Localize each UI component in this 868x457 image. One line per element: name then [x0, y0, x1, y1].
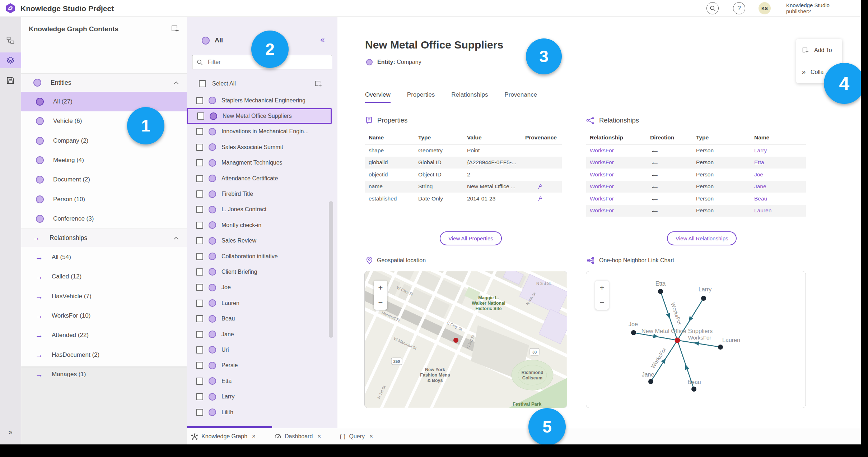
collapse-menu-item[interactable]: » Colla	[802, 68, 823, 76]
item-checkbox[interactable]	[196, 144, 203, 151]
close-tab-icon[interactable]: ×	[369, 433, 373, 440]
provenance-flag-icon[interactable]	[537, 183, 543, 190]
provenance-flag-icon[interactable]	[537, 195, 543, 202]
link-chart-canvas[interactable]: Etta Larry Joe Lauren Jane Beau New Meta…	[586, 271, 806, 408]
item-checkbox[interactable]	[196, 237, 203, 244]
related-name-link[interactable]: Beau	[751, 193, 806, 205]
relationship-type-item[interactable]: →Manages (1)	[21, 365, 187, 384]
relationship-type-item[interactable]: →Attended (22)	[21, 326, 187, 345]
view-all-properties-button[interactable]: View All Properties	[440, 231, 502, 245]
search-button[interactable]	[706, 2, 719, 14]
related-name-link[interactable]: Jane	[751, 181, 806, 193]
rail-item-hierarchy[interactable]	[0, 32, 21, 48]
add-to-map-icon[interactable]	[314, 80, 322, 88]
tab-relationships[interactable]: Relationships	[451, 91, 488, 103]
close-tab-icon[interactable]: ×	[252, 433, 256, 440]
list-item[interactable]: Persie	[187, 358, 332, 373]
related-name-link[interactable]: Lauren	[751, 205, 806, 217]
rail-item-layers[interactable]	[0, 52, 21, 68]
relationship-link[interactable]: WorksFor	[586, 157, 647, 169]
item-checkbox[interactable]	[196, 97, 203, 104]
one-hop-link-chart[interactable]: Etta Larry Joe Lauren Jane Beau New Meta…	[586, 271, 806, 408]
list-item[interactable]: Attendance Certificate	[187, 171, 332, 186]
collapse-panel-icon[interactable]: «	[320, 35, 325, 45]
select-all-checkbox[interactable]	[199, 80, 206, 87]
view-all-relationships-button[interactable]: View All Relationships	[667, 231, 737, 245]
list-item[interactable]: Lauren	[187, 295, 332, 311]
tab-overview[interactable]: Overview	[365, 91, 391, 103]
relationship-link[interactable]: WorksFor	[586, 193, 647, 205]
zoom-out-button[interactable]: −	[374, 295, 387, 310]
map-canvas[interactable]: W Clay St E Clay St Marshall St W Marsha…	[365, 271, 567, 408]
center-node[interactable]	[675, 338, 680, 343]
rail-item-save[interactable]	[0, 73, 21, 88]
relationship-link[interactable]: WorksFor	[586, 205, 647, 217]
list-item[interactable]: Jane	[187, 327, 332, 342]
zoom-out-button[interactable]: −	[595, 295, 609, 310]
close-tab-icon[interactable]: ×	[317, 433, 321, 440]
list-item[interactable]: Joe	[187, 280, 332, 295]
zoom-in-button[interactable]: +	[595, 281, 609, 295]
item-checkbox[interactable]	[196, 128, 203, 135]
related-name-link[interactable]: Etta	[751, 157, 806, 169]
item-checkbox[interactable]	[196, 362, 203, 369]
item-checkbox[interactable]	[196, 268, 203, 276]
list-item[interactable]: Innovations in Mechanical Engin...	[187, 124, 332, 139]
list-item[interactable]: Firebird Title	[187, 186, 332, 202]
relationships-section-header[interactable]: → Relationships	[21, 228, 187, 247]
item-checkbox[interactable]	[196, 253, 203, 260]
user-info[interactable]: Knowledge Studio publisher2	[786, 2, 830, 14]
item-checkbox[interactable]	[196, 284, 203, 291]
entity-type-item[interactable]: Document (2)	[21, 170, 187, 189]
item-checkbox[interactable]	[196, 409, 203, 416]
entity-type-item[interactable]: Conference (3)	[21, 209, 187, 228]
relationship-link[interactable]: WorksFor	[586, 144, 647, 157]
list-item[interactable]: Staplers Mechanical Engineering	[187, 93, 332, 108]
item-checkbox[interactable]	[196, 159, 203, 166]
help-button[interactable]: ?	[733, 2, 745, 14]
item-checkbox[interactable]	[196, 393, 203, 400]
tab-knowledge-graph[interactable]: Knowledge Graph ×	[191, 433, 256, 440]
list-item[interactable]: Larry	[187, 389, 332, 404]
list-item[interactable]: Managment Techniques	[187, 155, 332, 171]
related-name-link[interactable]: Joe	[751, 169, 806, 181]
item-checkbox[interactable]	[196, 378, 203, 385]
entity-type-item[interactable]: Person (10)	[21, 189, 187, 209]
item-checkbox[interactable]	[196, 331, 203, 338]
tab-dashboard[interactable]: Dashboard ×	[274, 433, 321, 440]
list-item[interactable]: Beau	[187, 311, 332, 326]
relationship-type-item[interactable]: →HasVehicle (7)	[21, 287, 187, 306]
item-checkbox[interactable]	[196, 206, 203, 213]
relationship-type-item[interactable]: →All (54)	[21, 248, 187, 267]
list-item[interactable]: Montly check-in	[187, 217, 332, 233]
add-to-map-icon[interactable]	[171, 24, 179, 33]
avatar[interactable]: KS	[759, 2, 771, 14]
add-to-menu-item[interactable]: Add To	[802, 47, 832, 54]
list-item[interactable]: Sales Review	[187, 233, 332, 249]
list-item[interactable]: L. Jones Contract	[187, 202, 332, 217]
relationship-type-item[interactable]: →WorksFor (10)	[21, 306, 187, 326]
list-item[interactable]: Uri	[187, 342, 332, 357]
item-checkbox[interactable]	[196, 222, 203, 229]
item-checkbox[interactable]	[196, 300, 203, 307]
expand-rail-button[interactable]: »	[0, 428, 21, 436]
relationship-link[interactable]: WorksFor	[586, 181, 647, 193]
relationship-type-item[interactable]: →Called (12)	[21, 267, 187, 286]
list-item[interactable]: Client Briefing	[187, 264, 332, 280]
geospatial-map[interactable]: W Clay St E Clay St Marshall St W Marsha…	[364, 271, 567, 408]
entities-section-header[interactable]: Entities	[21, 73, 187, 92]
list-scrollbar[interactable]	[329, 201, 333, 338]
entity-type-item[interactable]: Meeting (4)	[21, 151, 187, 170]
list-item[interactable]: Lilith	[187, 405, 332, 420]
relationship-type-item[interactable]: →HasDocument (2)	[21, 345, 187, 364]
tab-query[interactable]: { } Query ×	[340, 433, 373, 440]
relationship-link[interactable]: WorksFor	[586, 169, 647, 181]
edit-pencil-icon[interactable]	[95, 5, 102, 12]
item-checkbox[interactable]	[196, 190, 203, 198]
item-checkbox[interactable]	[197, 112, 204, 120]
list-item[interactable]: Collaboration initiative	[187, 249, 332, 264]
list-item-selected[interactable]: New Metal Office Suppliers	[187, 108, 332, 124]
entity-type-item[interactable]: All (27)	[21, 92, 187, 111]
item-checkbox[interactable]	[196, 175, 203, 182]
item-checkbox[interactable]	[196, 346, 203, 354]
